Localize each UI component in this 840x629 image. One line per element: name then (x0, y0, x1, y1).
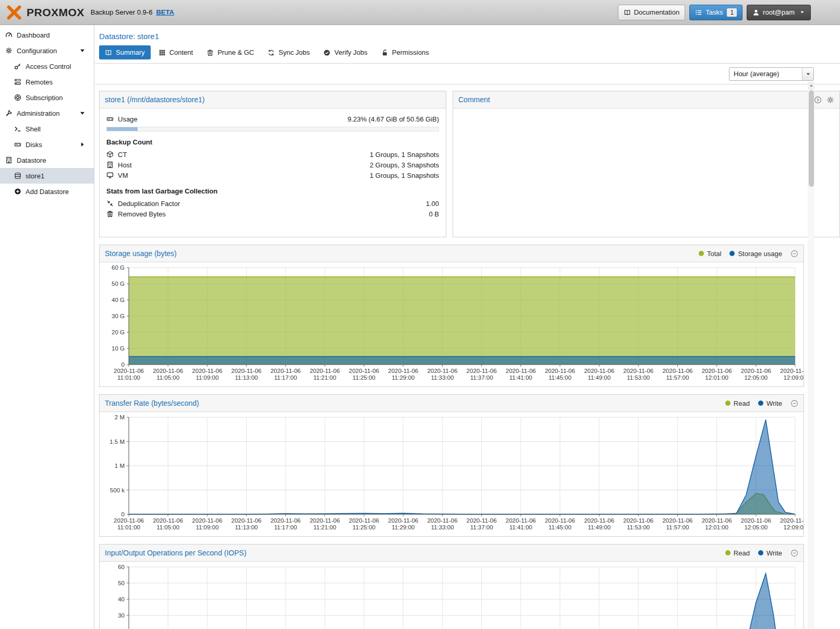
user-menu-button[interactable]: root@pam (747, 5, 811, 20)
legend-total[interactable]: Total (699, 250, 721, 258)
storage-usage-chart-panel: Storage usage (bytes) TotalStorage usage… (99, 245, 804, 387)
tab-permissions[interactable]: Permissions (375, 45, 435, 59)
svg-text:2020-11-0611:45:00: 2020-11-0611:45:00 (545, 368, 575, 381)
svg-text:2020-11-0611:41:00: 2020-11-0611:41:00 (506, 368, 536, 381)
legend-dot (758, 401, 763, 406)
caret-down-icon[interactable] (79, 110, 86, 117)
svg-text:30: 30 (118, 612, 125, 619)
chart-toolbar: Hour (average) (95, 64, 840, 84)
beta-link[interactable]: BETA (156, 8, 174, 16)
comment-panel-title: Comment (458, 95, 490, 104)
sidebar-item-subscription[interactable]: Subscription (0, 90, 94, 105)
sidebar-item-add-datastore[interactable]: Add Datastore (0, 184, 94, 199)
proxmox-logo-icon (5, 4, 23, 21)
terminal-icon (14, 125, 21, 132)
collapse-panel-icon[interactable] (790, 400, 798, 407)
scrollbar-thumb[interactable] (809, 90, 814, 187)
legend-label: Total (707, 250, 721, 258)
sidebar-item-disks[interactable]: Disks (0, 137, 94, 152)
usage-value: 9.23% (4.67 GiB of 50.56 GiB) (347, 115, 439, 123)
sidebar-item-remotes[interactable]: Remotes (0, 74, 94, 90)
collapse-panel-icon[interactable] (790, 549, 798, 557)
svg-text:2020-11-0611:49:00: 2020-11-0611:49:00 (584, 517, 614, 530)
sync-icon (267, 49, 275, 56)
legend-label: Write (766, 549, 782, 557)
tab-prune-gc[interactable]: Prune & GC (201, 45, 260, 59)
stat-row: Host2 Groups, 3 Snapshots (106, 160, 439, 170)
svg-text:2020-11-0611:57:00: 2020-11-0611:57:00 (662, 517, 692, 530)
svg-text:2020-11-0612:09:00: 2020-11-0612:09:00 (780, 368, 804, 381)
sidebar-item-datastore[interactable]: Datastore (0, 152, 94, 168)
sidebar-item-dashboard[interactable]: Dashboard (0, 27, 94, 43)
combo-trigger[interactable] (802, 68, 813, 80)
tab-summary[interactable]: Summary (99, 45, 151, 59)
usage-label: Usage (118, 115, 138, 123)
svg-text:60: 60 (118, 564, 125, 570)
svg-text:2020-11-0612:01:00: 2020-11-0612:01:00 (702, 517, 732, 530)
check-circle-icon (323, 49, 331, 56)
legend-storage-usage[interactable]: Storage usage (729, 250, 782, 258)
timeframe-select[interactable]: Hour (average) (729, 67, 814, 81)
iops-chart-title: Input/Output Operations per Second (IOPS… (105, 549, 247, 557)
legend-read[interactable]: Read (725, 549, 750, 557)
datastore-summary-title: store1 (/mnt/datastores/store1) (105, 95, 204, 104)
svg-text:40 G: 40 G (112, 297, 125, 303)
svg-text:2020-11-0611:53:00: 2020-11-0611:53:00 (623, 368, 653, 381)
usage-progress-bar (106, 127, 439, 131)
sidebar-item-label: Disks (26, 141, 42, 149)
gc-heading: Stats from last Garbage Collection (106, 187, 439, 195)
svg-text:2020-11-0611:17:00: 2020-11-0611:17:00 (271, 517, 301, 530)
svg-text:2020-11-0611:09:00: 2020-11-0611:09:00 (192, 368, 222, 381)
documentation-button[interactable]: Documentation (618, 5, 685, 20)
legend-read[interactable]: Read (725, 400, 750, 407)
scroll-up-button[interactable] (808, 82, 814, 89)
database-icon (14, 172, 21, 179)
vertical-scrollbar[interactable] (808, 82, 814, 629)
svg-text:20 G: 20 G (112, 329, 125, 335)
product-version: Backup Server 0.9-6 (91, 8, 153, 16)
svg-text:2020-11-0611:57:00: 2020-11-0611:57:00 (662, 368, 692, 381)
tab-sync-jobs[interactable]: Sync Jobs (262, 45, 315, 59)
sidebar-item-configuration[interactable]: Configuration (0, 43, 94, 58)
legend-label: Storage usage (738, 250, 782, 258)
svg-text:2020-11-0611:05:00: 2020-11-0611:05:00 (153, 517, 183, 530)
sidebar-item-label: Access Control (26, 63, 71, 70)
stat-row: CT1 Groups, 1 Snapshots (106, 149, 439, 160)
legend-write[interactable]: Write (758, 400, 782, 407)
caret-down-icon (799, 9, 805, 15)
sidebar-item-shell[interactable]: Shell (0, 121, 94, 137)
sidebar-item-store1[interactable]: store1 (0, 168, 94, 184)
datastore-summary-header: store1 (/mnt/datastores/store1) (100, 91, 446, 108)
edit-comment-icon[interactable] (814, 96, 822, 104)
transfer-rate-chart-title: Transfer Rate (bytes/second) (105, 399, 199, 407)
tab-content[interactable]: Content (153, 45, 199, 59)
svg-text:2020-11-0611:37:00: 2020-11-0611:37:00 (467, 368, 497, 381)
svg-text:2020-11-0611:01:00: 2020-11-0611:01:00 (114, 368, 144, 381)
tab-verify-jobs[interactable]: Verify Jobs (318, 45, 373, 59)
tab-label: Sync Jobs (278, 49, 310, 56)
sidebar-item-label: Shell (26, 125, 41, 133)
svg-text:1.5 M: 1.5 M (109, 439, 125, 445)
gear-icon[interactable] (826, 96, 834, 104)
tab-label: Verify Jobs (334, 49, 368, 56)
caret-down-icon[interactable] (79, 47, 86, 54)
sidebar-item-access-control[interactable]: Access Control (0, 58, 94, 74)
iops-chart-panel: Input/Output Operations per Second (IOPS… (99, 544, 804, 629)
svg-text:2020-11-0611:13:00: 2020-11-0611:13:00 (232, 517, 262, 530)
legend-write[interactable]: Write (758, 549, 782, 557)
transfer-rate-legend: ReadWrite (725, 400, 782, 407)
svg-text:2020-11-0612:01:00: 2020-11-0612:01:00 (702, 368, 732, 381)
dashboard-icon (5, 31, 13, 39)
svg-text:2020-11-0611:25:00: 2020-11-0611:25:00 (349, 517, 379, 530)
wrench-icon (5, 110, 13, 117)
tasks-button[interactable]: Tasks 1 (689, 5, 742, 20)
caret-right-icon[interactable] (79, 141, 86, 148)
proxmox-logo: PROXMOX (5, 4, 84, 21)
main-content: Datastore: store1 SummaryContentPrune & … (95, 25, 840, 629)
stat-value: 1 Groups, 1 Snapshots (370, 151, 439, 159)
collapse-panel-icon[interactable] (790, 250, 798, 258)
sidebar-item-administration[interactable]: Administration (0, 105, 94, 121)
legend-dot (725, 401, 731, 406)
stat-value: 1 Groups, 1 Snapshots (370, 172, 439, 179)
tab-label: Prune & GC (217, 49, 254, 56)
